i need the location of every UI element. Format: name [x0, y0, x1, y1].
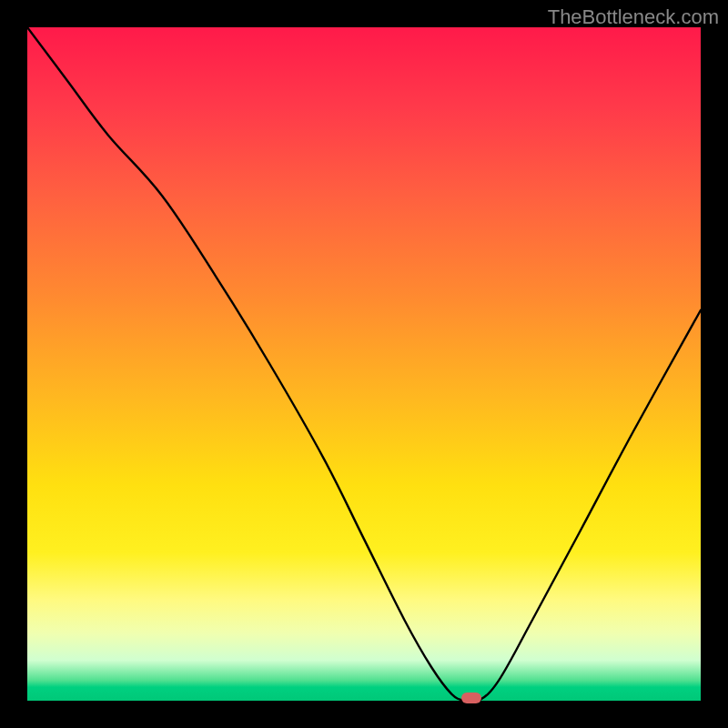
watermark-text: TheBottleneck.com	[548, 5, 719, 29]
bottleneck-curve	[27, 27, 701, 701]
optimal-marker	[461, 693, 481, 703]
chart-container: TheBottleneck.com	[0, 0, 728, 728]
